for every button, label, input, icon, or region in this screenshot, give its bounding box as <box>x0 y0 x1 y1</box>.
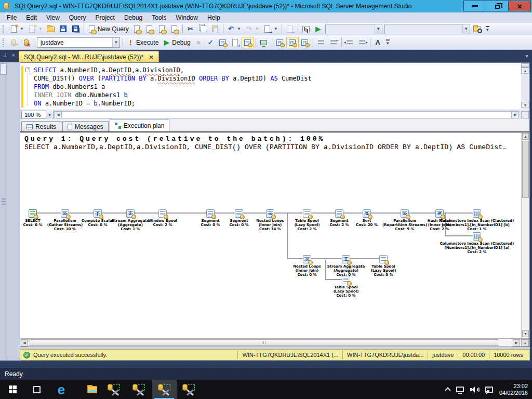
network-icon[interactable] <box>456 387 464 392</box>
debug-button[interactable]: ▶Debug <box>161 37 192 48</box>
combo-dropdown-icon[interactable]: ▼ <box>112 38 119 47</box>
uncomment-selection-button[interactable] <box>327 37 340 48</box>
comment-selection-button[interactable] <box>315 37 327 48</box>
copy-button[interactable] <box>196 23 209 35</box>
pin-icon[interactable]: ⊥ <box>3 52 8 59</box>
toolbar-combo-1[interactable]: ▼ <box>325 24 382 34</box>
tab-close-icon[interactable]: × <box>149 54 154 60</box>
redo-button[interactable]: ↷▼ <box>243 23 261 35</box>
decrease-indent-button[interactable] <box>343 37 356 48</box>
code-line-3[interactable]: FROM dbo.Numbers1 a <box>34 83 105 91</box>
cancel-query-button[interactable]: ■ <box>193 37 205 48</box>
ssms-taskbar-button-4[interactable] <box>177 380 201 399</box>
editor-horizontal-scrollbar[interactable] <box>62 111 512 118</box>
mdx-query-button[interactable] <box>143 23 156 35</box>
database-engine-query-button[interactable] <box>131 23 143 35</box>
save-all-button[interactable] <box>70 23 82 35</box>
plan-hscroll-track[interactable] <box>29 339 512 347</box>
editor-zoom-combo[interactable]: 100 % ▼ <box>21 111 54 119</box>
scroll-down-icon[interactable]: ▼ <box>521 102 529 108</box>
combo-dropdown-icon[interactable]: ▼ <box>462 24 470 34</box>
code-line-4[interactable]: INNER JOIN dbo.Numbers1 b <box>34 91 128 99</box>
execution-plan-pane[interactable]: Query 1: Query cost (relative to the bat… <box>20 131 529 338</box>
plan-zoom-plus-button[interactable]: + <box>521 339 529 347</box>
connect-button[interactable] <box>7 37 20 48</box>
editor-vertical-scrollbar[interactable]: ▲ ▼ <box>521 63 529 109</box>
query-options-button[interactable] <box>229 37 242 48</box>
combo-dropdown-icon[interactable]: ▼ <box>375 24 382 34</box>
intellisense-enabled-button[interactable] <box>242 37 254 48</box>
change-connection-button[interactable] <box>20 37 32 48</box>
toolbar-grip[interactable] <box>3 38 5 47</box>
results-to-text-button[interactable] <box>274 37 286 48</box>
available-databases-combo[interactable]: justdave▼ <box>37 37 120 48</box>
find-in-files-button[interactable] <box>471 23 484 35</box>
menu-item-edit[interactable]: Edit <box>21 13 42 22</box>
menu-item-tools[interactable]: Tools <box>147 13 171 22</box>
taskbar-clock[interactable]: 23:02 04/02/2016 <box>499 383 528 396</box>
collapse-region-icon[interactable] <box>25 68 30 72</box>
plan-node-14[interactable]: Columnstore Index Scan (Clustered)[Numbe… <box>438 209 516 231</box>
activity-monitor-button[interactable] <box>300 23 312 35</box>
code-line-1[interactable]: SELECT a.NumberID,a.DeptID,a.DivisionID, <box>34 66 184 74</box>
plan-node-19[interactable]: Table Spool(Lazy Spool)Cost: 0 % <box>321 276 371 298</box>
tab-execution-plan[interactable]: Execution plan <box>110 119 170 131</box>
document-tab[interactable]: SQLQuery2.sql - WI...RUJE\justdave (52))… <box>19 51 159 62</box>
add-item-button[interactable]: ▼ <box>26 23 45 35</box>
plan-node-18[interactable]: Table Spool(Lazy Spool)Cost: 0 % <box>358 255 408 277</box>
editor-splitter-handle[interactable] <box>521 63 529 68</box>
print-button[interactable] <box>284 23 296 35</box>
toolbar-grip[interactable] <box>3 25 5 33</box>
cut-button[interactable]: ✂ <box>184 23 196 35</box>
dock-strip-button[interactable] <box>1 63 7 75</box>
toolbar-combo-2[interactable]: ▼ <box>384 24 470 34</box>
menu-item-help[interactable]: Help <box>203 13 225 22</box>
sql-editor[interactable]: SELECT a.NumberID,a.DeptID,a.DivisionID,… <box>20 63 529 110</box>
start-powershell-button[interactable]: ▶ <box>312 23 324 35</box>
execute-button[interactable]: !Execute <box>125 37 161 48</box>
menu-item-file[interactable]: File <box>2 13 21 22</box>
code-line-2[interactable]: CUME_DIST() OVER (PARTITION BY a.Divisio… <box>34 74 312 83</box>
menu-item-window[interactable]: Window <box>171 13 203 22</box>
menu-item-project[interactable]: Project <box>91 13 119 22</box>
scroll-left-icon[interactable]: ◀ <box>21 339 28 347</box>
file-explorer-button[interactable] <box>79 380 105 399</box>
show-hidden-icons-icon[interactable] <box>445 387 450 393</box>
dock-strip-grip[interactable] <box>2 198 6 206</box>
specify-values-button[interactable]: A <box>372 37 384 48</box>
plan-vertical-scrollbar[interactable]: ▲ ▼ <box>521 132 529 338</box>
results-to-grid-button[interactable] <box>286 37 299 48</box>
volume-icon[interactable] <box>470 386 479 393</box>
panel-close-icon[interactable]: × <box>12 52 15 59</box>
dmx-query-button[interactable] <box>156 23 168 35</box>
zoom-dropdown-icon[interactable]: ▼ <box>46 110 53 119</box>
paste-button[interactable] <box>209 23 221 35</box>
plan-vscroll-thumb[interactable] <box>522 141 529 198</box>
new-project-button[interactable]: ▼ <box>7 23 26 35</box>
navigate-backward-button[interactable]: ▼ <box>261 23 280 35</box>
scroll-down-icon[interactable]: ▼ <box>522 330 529 337</box>
open-file-button[interactable] <box>45 23 57 35</box>
save-button[interactable] <box>57 23 70 35</box>
scroll-right-icon[interactable]: ▶ <box>513 339 520 347</box>
scroll-up-icon[interactable]: ▲ <box>522 133 529 140</box>
start-button[interactable] <box>0 380 25 399</box>
new-query-button[interactable]: New Query <box>86 23 131 35</box>
increase-indent-button[interactable] <box>356 37 368 48</box>
scroll-up-icon[interactable]: ▲ <box>521 68 529 74</box>
ssms-taskbar-button-2[interactable] <box>127 380 151 399</box>
menu-item-query[interactable]: Query <box>64 13 91 22</box>
toolbar2-overflow-button[interactable]: ▼ <box>384 37 392 48</box>
edge-browser-button[interactable]: e <box>49 380 74 399</box>
scroll-left-icon[interactable]: ◀ <box>55 111 62 118</box>
notifications-icon[interactable] <box>485 387 493 393</box>
ssms-taskbar-button-3[interactable] <box>152 380 177 399</box>
tab-messages[interactable]: Messages <box>62 121 109 131</box>
ssms-taskbar-button-1[interactable] <box>102 380 126 399</box>
parse-button[interactable]: ✓ <box>205 37 217 48</box>
toolbar1-overflow-button[interactable]: ▼ <box>484 24 491 34</box>
close-button[interactable]: × <box>508 1 531 11</box>
estimated-plan-button[interactable] <box>217 37 229 48</box>
minimize-button[interactable] <box>463 1 486 11</box>
xmla-query-button[interactable] <box>168 23 181 35</box>
